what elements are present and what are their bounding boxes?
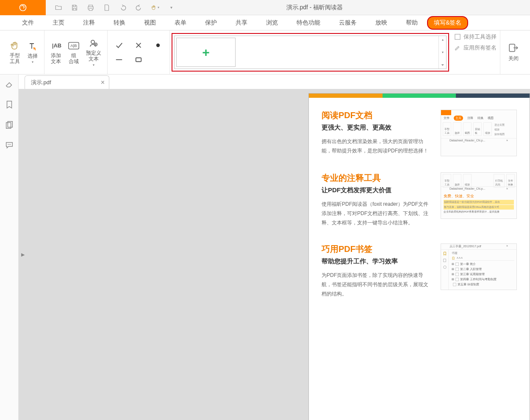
menu-file[interactable]: 文件	[13, 17, 43, 29]
menu-cloud[interactable]: 云服务	[330, 17, 366, 29]
document-area: 演示.pdf × ▶ 阅读PDF文档 更强大、更实用、更高效 拥有出色的文档渲染…	[19, 75, 530, 420]
svg-rect-9	[455, 34, 460, 39]
document-tab[interactable]: 演示.pdf ×	[25, 75, 109, 89]
scroll-down-icon[interactable]: ▾	[442, 50, 444, 54]
svg-point-6	[156, 43, 160, 47]
plus-icon: +	[202, 45, 210, 60]
print-icon[interactable]	[86, 3, 95, 12]
page-icon[interactable]	[103, 3, 111, 12]
combine-field-button[interactable]: A|B 组 合域	[65, 39, 83, 66]
window-title: 演示.pdf - 福昕阅读器	[184, 4, 530, 11]
svg-rect-16	[443, 259, 446, 262]
menu-protect[interactable]: 保护	[196, 17, 226, 29]
menu-home[interactable]: 主页	[43, 17, 74, 29]
pdf-page: 阅读PDF文档 更强大、更实用、更高效 拥有出色的文档渲染效果，强大的页面管理功…	[308, 93, 530, 420]
svg-point-4	[91, 40, 94, 44]
left-sidebar	[0, 75, 19, 420]
redo-icon[interactable]	[135, 3, 143, 12]
bookmark-icon[interactable]	[5, 100, 14, 109]
expand-panel-icon[interactable]: ▶	[21, 252, 25, 257]
comments-icon[interactable]	[5, 141, 14, 150]
menu-convert[interactable]: 转换	[104, 17, 135, 29]
section-subheading: 让PDF文档发挥更大价值	[322, 186, 430, 194]
add-text-button[interactable]: |AB 添加 文本	[47, 39, 65, 66]
menu-feature[interactable]: 特色功能	[287, 17, 330, 29]
document-canvas[interactable]: ▶ 阅读PDF文档 更强大、更实用、更高效 拥有出色的文档渲染效果，强大的页面管…	[19, 89, 530, 420]
doc-section-bookmark: 巧用PDF书签 帮助您提升工作、学习效率 为PDF页面添加书签，除了实现内容的快…	[309, 232, 530, 303]
open-icon[interactable]	[54, 3, 63, 12]
quick-access-toolbar: ▾ ▾	[46, 3, 184, 12]
keep-tool-checkbox[interactable]: 保持工具选择	[454, 33, 497, 41]
menu-fill-sign[interactable]: 填写&签名	[427, 16, 468, 30]
svg-point-13	[8, 144, 8, 145]
menu-comment[interactable]: 注释	[74, 17, 104, 29]
section-heading: 巧用PDF书签	[322, 243, 430, 255]
section-paragraph: 使用福昕PDF阅读器（foxit reader）为PDF文件添加注释，可对PDF…	[322, 199, 430, 227]
pen-icon	[454, 44, 461, 51]
select-tool-button[interactable]: 选择 ▾	[24, 39, 42, 66]
text-select-icon	[27, 41, 38, 52]
section-paragraph: 为PDF页面添加书签，除了实现内容的快速导航，书签还能指明不同书签的层级关系，展…	[322, 271, 430, 298]
combine-field-icon: A|B	[68, 40, 79, 51]
close-tab-icon[interactable]: ×	[101, 79, 105, 86]
close-ribbon-button[interactable]: 关闭	[500, 30, 527, 74]
section-heading: 阅读PDF文档	[322, 110, 430, 121]
checkmark-tool-icon[interactable]	[115, 41, 123, 49]
line-tool-icon[interactable]	[115, 56, 123, 64]
dot-tool-icon[interactable]	[154, 41, 162, 49]
menu-form[interactable]: 表单	[165, 17, 196, 29]
predefined-text-icon	[88, 38, 99, 49]
chevron-down-icon: ▾	[32, 60, 33, 64]
section-subheading: 更强大、更实用、更高效	[322, 124, 430, 132]
svg-text:|AB: |AB	[52, 42, 61, 49]
svg-point-15	[10, 144, 11, 145]
qat-more-icon[interactable]: ▾	[167, 3, 175, 12]
menu-help[interactable]: 帮助	[397, 17, 427, 29]
section-thumbnail: 手型 工具 选择 缩放 打字机 高亮 文件 转换 Datasheet_Reade…	[441, 172, 517, 219]
section-heading: 专业的注释工具	[322, 172, 430, 184]
section-subheading: 帮助您提升工作、学习效率	[322, 257, 430, 265]
save-icon[interactable]	[70, 3, 79, 12]
apply-all-signatures-button[interactable]: 应用所有签名	[454, 44, 497, 52]
mark-tools-group	[108, 30, 170, 74]
app-logo[interactable]	[0, 0, 46, 15]
doc-section-read: 阅读PDF文档 更强大、更实用、更高效 拥有出色的文档渲染效果，强大的页面管理功…	[309, 98, 530, 160]
hand-tool-button[interactable]: 手型 工具	[6, 39, 24, 66]
eraser-icon[interactable]	[5, 80, 14, 89]
menu-play[interactable]: 放映	[366, 17, 397, 29]
x-mark-tool-icon[interactable]	[135, 41, 142, 49]
add-signature-button[interactable]: +	[176, 38, 236, 67]
svg-text:A|B: A|B	[70, 43, 77, 48]
workspace: 演示.pdf × ▶ 阅读PDF文档 更强大、更实用、更高效 拥有出色的文档渲染…	[0, 75, 530, 420]
tab-label: 演示.pdf	[31, 79, 51, 86]
menu-browse[interactable]: 浏览	[257, 17, 287, 29]
ribbon: 手型 工具 选择 ▾ |AB 添加 文本 A|B 组 合域 预定义 文本 ▾	[0, 30, 530, 75]
section-thumbnail: 员工手册_20120917.pdf× 书签 A A A	[441, 243, 517, 290]
chevron-down-icon: ▾	[93, 63, 94, 67]
scroll-more-icon[interactable]: ⏷	[441, 63, 444, 67]
signature-scroll: ▴ ▾ ⏷	[438, 36, 446, 69]
hand-icon	[9, 40, 20, 51]
svg-rect-8	[136, 58, 142, 61]
hand-dropdown-icon[interactable]: ▾	[151, 3, 159, 12]
svg-point-17	[443, 266, 446, 269]
signature-gallery-highlighted: + ▴ ▾ ⏷	[172, 33, 449, 72]
section-paragraph: 拥有出色的文档渲染效果，强大的页面管理功能，帮助提升效率，是您阅读PDF的理想选…	[322, 137, 430, 155]
checkbox-icon	[454, 33, 461, 40]
rect-tool-icon[interactable]	[135, 56, 142, 64]
title-bar: ▾ ▾ 演示.pdf - 福昕阅读器	[0, 0, 530, 15]
add-text-icon: |AB	[50, 40, 61, 51]
svg-point-14	[9, 144, 10, 145]
document-tab-bar: 演示.pdf ×	[19, 75, 530, 89]
scroll-up-icon[interactable]: ▴	[442, 38, 444, 41]
undo-icon[interactable]	[119, 3, 127, 12]
doc-section-annotate: 专业的注释工具 让PDF文档发挥更大价值 使用福昕PDF阅读器（foxit re…	[309, 160, 530, 232]
exit-icon	[508, 42, 519, 53]
menu-bar: 文件 主页 注释 转换 视图 表单 保护 共享 浏览 特色功能 云服务 放映 帮…	[0, 15, 530, 30]
foxit-logo-icon	[19, 3, 27, 12]
section-thumbnail: 文件 主页 注释 转换 视图 手型 工具 选择 截图 剪贴 板 缩放	[441, 110, 517, 156]
menu-share[interactable]: 共享	[226, 17, 257, 29]
predefined-text-button[interactable]: 预定义 文本 ▾	[83, 36, 105, 69]
menu-view[interactable]: 视图	[135, 17, 165, 29]
pages-icon[interactable]	[5, 120, 14, 130]
